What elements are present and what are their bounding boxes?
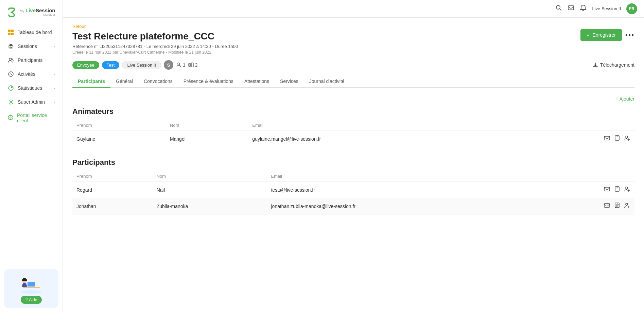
svg-point-25	[626, 136, 628, 138]
enregistrer-label: Enregistrer	[593, 32, 616, 38]
participant-nom: Naif	[153, 182, 267, 198]
tab-convocations[interactable]: Convocations	[138, 75, 178, 88]
logo-text: My LiveSession Manager	[20, 8, 55, 17]
aide-label: Aide	[29, 297, 37, 302]
topbar-avatar[interactable]: FR	[626, 3, 637, 14]
add-user-icon[interactable]	[624, 135, 630, 143]
groups-count: 2	[188, 62, 198, 68]
logo: My LiveSession Manager	[0, 0, 63, 22]
animateurs-col-prenom: Prénom	[72, 120, 166, 131]
tag-session: Live Session II	[122, 61, 161, 69]
sidebar-label-participants: Participants	[18, 57, 42, 63]
participant-email: jonathan.zubila-manoka@live-session.fr	[267, 198, 534, 214]
participant-prenom: Jonathan	[72, 198, 153, 214]
sidebar: My LiveSession Manager Tableau de bord	[0, 0, 63, 312]
svg-rect-2	[11, 30, 14, 32]
support-illustration	[18, 273, 45, 294]
tag-test: Test	[102, 61, 120, 69]
clock-icon	[7, 71, 14, 77]
main-content: Live Session II FR Retour Test Relecture…	[63, 0, 644, 312]
chevron-statistiques-icon: ›	[54, 86, 55, 90]
enregistrer-button[interactable]: ✓ Enregistrer	[580, 29, 622, 41]
support-card: ? Aide	[4, 269, 58, 308]
svg-rect-4	[11, 33, 14, 35]
tab-services[interactable]: Services	[275, 75, 304, 88]
svg-point-17	[556, 5, 560, 9]
sidebar-label-activites: Activités	[18, 71, 35, 77]
send-email-icon[interactable]	[604, 186, 610, 194]
participants-title: Participants	[72, 158, 634, 167]
sidebar-label-sessions: Sessions	[18, 44, 37, 49]
document-icon[interactable]	[614, 135, 620, 143]
send-email-icon[interactable]	[604, 135, 610, 143]
svg-point-9	[10, 101, 12, 103]
svg-point-19	[178, 63, 180, 65]
svg-rect-14	[28, 282, 35, 287]
header-actions: ✓ Enregistrer •••	[580, 29, 634, 41]
page-meta-2: Créée le 31 mai 2022 par Chevalier-Curt …	[72, 50, 238, 55]
send-email-icon[interactable]	[604, 202, 610, 210]
tabs-nav: Participants Général Convocations Présen…	[72, 75, 634, 88]
sidebar-nav: Tableau de bord Sessions ›	[0, 22, 63, 265]
telechargement-button[interactable]: Téléchargement	[593, 62, 634, 68]
aide-button[interactable]: ? Aide	[21, 296, 42, 304]
svg-rect-1	[8, 30, 11, 32]
participants-col-nom: Nom	[153, 171, 267, 182]
participant-actions	[538, 186, 630, 194]
document-icon[interactable]	[614, 202, 620, 210]
tab-general[interactable]: Général	[110, 75, 138, 88]
tab-attestations[interactable]: Attestations	[239, 75, 275, 88]
sidebar-item-activites[interactable]: Activités ›	[2, 67, 60, 81]
sidebar-item-portail[interactable]: Portail service client	[2, 109, 60, 127]
add-user-icon[interactable]	[624, 186, 630, 194]
page-header-left: Retour Test Relecture plateforme_CCC Réf…	[72, 24, 238, 60]
portail-icon	[7, 115, 14, 121]
ajouter-button[interactable]: + Ajouter	[615, 96, 634, 102]
users-icon	[7, 57, 14, 64]
telechargement-label: Téléchargement	[600, 62, 634, 68]
group-icon	[188, 62, 194, 68]
sidebar-label-statistiques: Statistiques	[18, 85, 42, 91]
tab-presence-evaluations[interactable]: Présence & évaluations	[178, 75, 239, 88]
topbar: Live Session II FR	[63, 0, 644, 18]
svg-rect-23	[604, 136, 610, 140]
animateur-nom: Mangel	[166, 131, 248, 147]
tab-participants[interactable]: Participants	[72, 75, 110, 88]
svg-rect-3	[8, 33, 11, 35]
more-options-button[interactable]: •••	[625, 31, 634, 39]
svg-point-11	[21, 290, 41, 294]
layers-icon	[7, 43, 14, 50]
chart-icon	[7, 85, 14, 91]
breadcrumb[interactable]: Retour	[72, 24, 238, 29]
message-icon[interactable]	[568, 4, 574, 13]
search-icon[interactable]	[555, 4, 562, 13]
page-header: Retour Test Relecture plateforme_CCC Réf…	[72, 24, 634, 60]
svg-point-5	[9, 58, 11, 60]
tab-journal[interactable]: Journal d'activité	[304, 75, 350, 88]
animateurs-col-email: Email	[248, 120, 514, 131]
animateurs-title: Animateurs	[72, 107, 634, 116]
document-icon[interactable]	[614, 186, 620, 194]
page-content-area: Retour Test Relecture plateforme_CCC Réf…	[63, 18, 644, 312]
topbar-session-label: Live Session II	[592, 6, 621, 11]
svg-point-31	[626, 203, 628, 205]
aide-icon: ?	[25, 297, 28, 302]
svg-point-28	[626, 187, 628, 189]
chevron-super-admin-icon: ›	[54, 100, 55, 104]
participant-nom: Zubila-manoka	[153, 198, 267, 214]
participant-email: tests@live-session.fr	[267, 182, 534, 198]
table-row: Regard Naif tests@live-session.fr	[72, 182, 634, 198]
sidebar-item-participants[interactable]: Participants	[2, 53, 60, 67]
svg-rect-21	[191, 63, 193, 67]
download-icon	[593, 62, 598, 68]
sidebar-item-sessions[interactable]: Sessions ›	[2, 39, 60, 53]
svg-rect-26	[604, 187, 610, 191]
animateur-email: guylaine.mangel@live-session.fr	[248, 131, 514, 147]
add-user-icon[interactable]	[624, 202, 630, 210]
sidebar-item-statistiques[interactable]: Statistiques ›	[2, 81, 60, 95]
sidebar-item-super-admin[interactable]: Super Admin ›	[2, 95, 60, 109]
participants-col-prenom: Prénom	[72, 171, 153, 182]
bell-icon[interactable]	[580, 4, 587, 13]
sidebar-item-tableau-de-bord[interactable]: Tableau de bord	[2, 25, 60, 39]
participants-table: Prénom Nom Email Regard Naif tests@live-…	[72, 171, 634, 214]
